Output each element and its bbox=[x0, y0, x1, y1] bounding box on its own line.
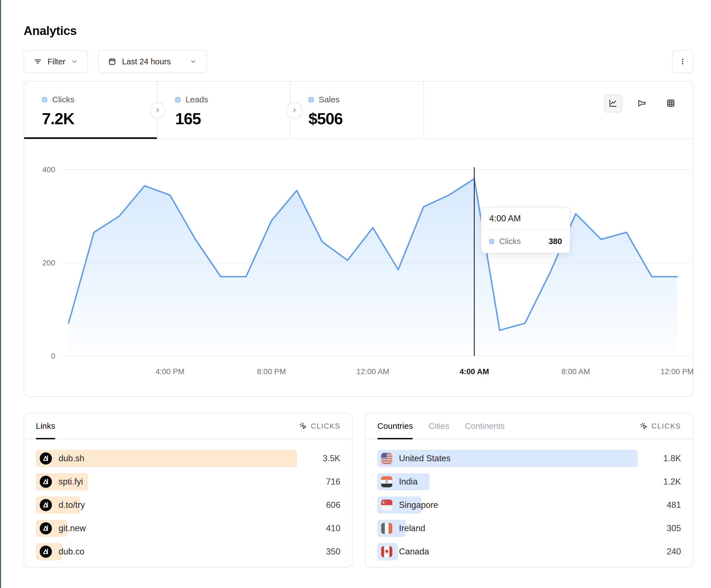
list-item[interactable]: United States1.8K bbox=[377, 450, 681, 467]
chevron-down-icon bbox=[71, 58, 78, 65]
countries-panel-tabs: CountriesCitiesContinents bbox=[377, 413, 505, 439]
list-item-label: India bbox=[399, 477, 417, 487]
leads-legend-swatch bbox=[175, 97, 180, 103]
breakdown-panels: Links CLICKS dub.sh3.5Kspti.fyi716d.to/t… bbox=[24, 413, 693, 567]
date-range-button[interactable]: Last 24 hours bbox=[98, 50, 207, 73]
line-chart-view-button[interactable] bbox=[604, 94, 622, 113]
tab-continents[interactable]: Continents bbox=[465, 413, 504, 439]
funnel-chart-icon bbox=[637, 98, 647, 109]
list-item-label: dub.co bbox=[59, 547, 84, 557]
list-item-label: spti.fyi bbox=[59, 477, 83, 487]
toolbar: Filter Last 24 hours bbox=[24, 50, 693, 73]
date-range-label: Last 24 hours bbox=[122, 57, 171, 66]
clicks-legend-swatch bbox=[489, 239, 494, 244]
list-item-value: 1.2K bbox=[645, 477, 681, 487]
stat-next-button[interactable] bbox=[286, 103, 303, 118]
list-item-value: 240 bbox=[645, 547, 681, 557]
list-item[interactable]: git.new410 bbox=[36, 520, 340, 537]
list-item-value: 3.5K bbox=[304, 453, 340, 463]
list-item-value: 1.8K bbox=[645, 453, 681, 463]
svg-text:200: 200 bbox=[42, 258, 55, 267]
countries-metric-selector[interactable]: CLICKS bbox=[640, 413, 681, 439]
list-item[interactable]: Singapore481 bbox=[377, 496, 681, 514]
list-item-value: 606 bbox=[304, 500, 340, 510]
list-item[interactable]: Ireland305 bbox=[377, 520, 681, 537]
list-item-label: Singapore bbox=[399, 500, 438, 510]
stat-value: $506 bbox=[308, 109, 423, 128]
tab-leads[interactable]: Leads 165 bbox=[157, 82, 291, 138]
pointer-click-icon bbox=[299, 422, 307, 430]
chevron-right-icon bbox=[155, 107, 161, 114]
tooltip-value: 380 bbox=[526, 237, 562, 246]
chevron-right-icon bbox=[292, 107, 298, 114]
stat-value: 165 bbox=[175, 109, 290, 128]
calendar-icon bbox=[108, 58, 116, 66]
flag-canada-icon bbox=[381, 546, 392, 557]
list-item-value: 410 bbox=[304, 523, 340, 533]
countries-panel: CountriesCitiesContinents CLICKS United … bbox=[365, 413, 693, 567]
list-item-value: 305 bbox=[645, 523, 681, 533]
list-item-label: git.new bbox=[59, 523, 86, 533]
svg-text:12:00 PM: 12:00 PM bbox=[661, 367, 694, 376]
svg-text:8:00 PM: 8:00 PM bbox=[257, 367, 286, 376]
table-grid-icon bbox=[666, 98, 675, 109]
flag-india-icon bbox=[381, 476, 392, 487]
svg-text:4:00 AM: 4:00 AM bbox=[459, 367, 489, 376]
chart-canvas[interactable]: 02004004:00 PM8:00 PM12:00 AM4:00 AM8:00… bbox=[24, 139, 694, 397]
analytics-card: Clicks 7.2K Leads 165 bbox=[24, 81, 693, 397]
list-item[interactable]: Canada240 bbox=[377, 543, 681, 560]
svg-text:4:00 PM: 4:00 PM bbox=[155, 367, 184, 376]
overflow-menu-button[interactable] bbox=[672, 50, 693, 73]
page-title: Analytics bbox=[24, 24, 693, 38]
tab-links[interactable]: Links bbox=[36, 413, 55, 439]
tab-clicks[interactable]: Clicks 7.2K bbox=[24, 82, 157, 138]
list-item-label: d.to/try bbox=[59, 500, 85, 510]
countries-list: United States1.8KIndia1.2KSingapore481Ir… bbox=[366, 439, 693, 560]
list-item[interactable]: spti.fyi716 bbox=[36, 473, 340, 490]
pointer-click-icon bbox=[640, 422, 648, 430]
filter-button[interactable]: Filter bbox=[24, 50, 88, 73]
flag-ireland-icon bbox=[381, 523, 392, 534]
table-view-button[interactable] bbox=[662, 94, 680, 113]
clicks-legend-swatch bbox=[42, 97, 47, 103]
list-item[interactable]: dub.sh3.5K bbox=[36, 450, 340, 467]
tooltip-series-label: Clicks bbox=[499, 237, 520, 246]
sales-legend-swatch bbox=[308, 97, 314, 103]
dub-logo-icon bbox=[40, 499, 52, 511]
clicks-area-chart: 02004004:00 PM8:00 PM12:00 AM4:00 AM8:00… bbox=[24, 139, 693, 397]
flag-us-icon bbox=[381, 453, 392, 464]
stat-label: Clicks bbox=[52, 95, 74, 104]
kebab-menu-icon bbox=[679, 58, 687, 65]
svg-text:400: 400 bbox=[42, 165, 55, 174]
stat-label: Sales bbox=[319, 95, 340, 104]
dub-logo-icon bbox=[40, 452, 52, 465]
list-item[interactable]: d.to/try606 bbox=[36, 496, 340, 514]
chart-tooltip: 4:00 AM Clicks 380 bbox=[481, 207, 570, 253]
analytics-page: Analytics Filter Last 24 hours bbox=[24, 0, 693, 567]
list-item-label: dub.sh bbox=[59, 453, 84, 463]
svg-text:12:00 AM: 12:00 AM bbox=[357, 367, 389, 376]
tab-countries[interactable]: Countries bbox=[377, 413, 413, 439]
chart-view-switcher bbox=[604, 94, 680, 113]
list-item[interactable]: dub.co350 bbox=[36, 543, 340, 560]
svg-text:0: 0 bbox=[51, 352, 55, 360]
stats-tabs: Clicks 7.2K Leads 165 bbox=[24, 82, 693, 139]
dub-logo-icon bbox=[40, 522, 52, 535]
links-metric-selector[interactable]: CLICKS bbox=[299, 413, 340, 439]
filter-button-label: Filter bbox=[47, 57, 65, 66]
dub-logo-icon bbox=[40, 476, 52, 488]
stat-label: Leads bbox=[186, 95, 208, 104]
links-panel: Links CLICKS dub.sh3.5Kspti.fyi716d.to/t… bbox=[24, 413, 352, 567]
stat-next-button[interactable] bbox=[150, 103, 166, 118]
tab-cities[interactable]: Cities bbox=[428, 413, 449, 439]
list-item-value: 481 bbox=[645, 500, 681, 510]
list-item-value: 350 bbox=[304, 547, 340, 557]
chevron-down-icon bbox=[190, 58, 197, 65]
flag-singapore-icon bbox=[381, 499, 392, 511]
links-panel-tabs: Links bbox=[36, 413, 55, 439]
tooltip-time: 4:00 AM bbox=[481, 207, 570, 230]
list-item[interactable]: India1.2K bbox=[377, 473, 681, 490]
tab-sales[interactable]: Sales $506 bbox=[291, 82, 424, 138]
funnel-chart-view-button[interactable] bbox=[633, 94, 651, 113]
metric-label: CLICKS bbox=[652, 422, 681, 430]
